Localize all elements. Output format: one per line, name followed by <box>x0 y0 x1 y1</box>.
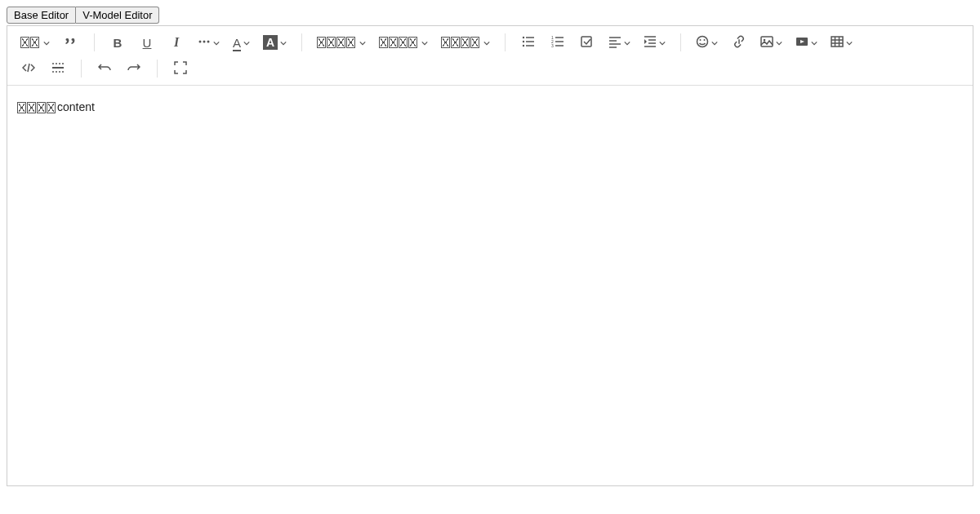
undo-button[interactable] <box>93 57 116 80</box>
chevron-down-icon <box>280 37 287 49</box>
svg-rect-30 <box>831 37 843 47</box>
video-icon <box>795 35 808 51</box>
svg-point-28 <box>764 38 766 41</box>
bold-button[interactable]: B <box>106 31 129 54</box>
svg-text:3: 3 <box>551 43 554 48</box>
emoji-icon <box>696 35 709 51</box>
image-dropdown[interactable] <box>757 31 786 54</box>
undo-icon <box>98 61 111 77</box>
fullscreen-icon <box>174 61 187 77</box>
chevron-down-icon <box>846 37 853 49</box>
tab-base-editor[interactable]: Base Editor <box>7 7 76 24</box>
svg-point-2 <box>207 40 210 42</box>
bold-icon: B <box>114 36 122 50</box>
horizontal-rule-icon <box>51 61 65 77</box>
svg-point-0 <box>199 40 202 42</box>
video-dropdown[interactable] <box>792 31 821 54</box>
chevron-down-icon <box>43 37 50 49</box>
chevron-down-icon <box>421 37 428 49</box>
ordered-list-button[interactable]: 123 <box>546 31 569 54</box>
content-prefix-glyphs <box>17 102 56 113</box>
editor-content[interactable]: content <box>7 86 973 485</box>
link-button[interactable] <box>728 31 751 54</box>
unordered-list-icon <box>522 35 535 51</box>
tab-vmodel-editor[interactable]: V-Model Editor <box>76 7 159 24</box>
underline-button[interactable]: U <box>136 31 158 54</box>
toolbar-row-1: B U I A A <box>7 26 973 86</box>
more-formatting-dropdown[interactable] <box>194 31 223 54</box>
svg-point-1 <box>203 40 206 42</box>
chevron-down-icon <box>243 37 250 49</box>
editor-container: B U I A A <box>7 25 973 486</box>
ellipsis-icon <box>198 35 211 51</box>
svg-rect-15 <box>581 37 591 47</box>
svg-rect-27 <box>761 37 773 47</box>
font-size-dropdown[interactable] <box>438 31 493 54</box>
checklist-icon <box>581 35 594 51</box>
highlight-icon: A <box>263 35 278 50</box>
italic-icon: I <box>174 35 179 50</box>
chevron-down-icon <box>776 37 782 49</box>
svg-point-3 <box>523 36 524 38</box>
chevron-down-icon <box>659 37 666 49</box>
underline-icon: U <box>143 36 152 50</box>
fullscreen-button[interactable] <box>169 57 192 80</box>
ordered-list-icon: 123 <box>551 35 564 51</box>
svg-point-25 <box>700 39 702 41</box>
svg-point-4 <box>523 40 524 42</box>
font-name-dropdown[interactable] <box>376 31 431 54</box>
paragraph-style-dropdown[interactable] <box>314 31 369 54</box>
redo-button[interactable] <box>122 57 145 80</box>
link-icon <box>733 35 746 51</box>
chevron-down-icon <box>711 37 718 49</box>
image-icon <box>760 35 773 51</box>
checklist-button[interactable] <box>576 31 599 54</box>
svg-point-5 <box>523 44 524 46</box>
align-dropdown[interactable] <box>605 31 634 54</box>
content-text: content <box>57 100 95 113</box>
code-view-button[interactable] <box>17 57 40 80</box>
indent-icon <box>644 35 657 51</box>
font-color-dropdown[interactable]: A <box>229 31 253 54</box>
indent-dropdown[interactable] <box>640 31 669 54</box>
align-icon <box>608 35 621 51</box>
table-dropdown[interactable] <box>827 31 856 54</box>
redo-icon <box>127 61 140 77</box>
chevron-down-icon <box>213 37 220 49</box>
highlight-color-dropdown[interactable]: A <box>260 31 290 54</box>
quote-icon <box>65 35 78 51</box>
chevron-down-icon <box>624 37 630 49</box>
chevron-down-icon <box>483 37 490 49</box>
unordered-list-button[interactable] <box>517 31 540 54</box>
chevron-down-icon <box>359 37 366 49</box>
table-icon <box>831 35 844 51</box>
italic-button[interactable]: I <box>165 31 188 54</box>
emoji-dropdown[interactable] <box>693 31 721 54</box>
style-dropdown[interactable] <box>17 31 53 54</box>
blockquote-button[interactable] <box>60 31 82 54</box>
code-icon <box>22 61 35 77</box>
horizontal-rule-button[interactable] <box>47 57 69 80</box>
svg-point-26 <box>704 39 706 41</box>
font-color-icon: A <box>233 36 241 50</box>
chevron-down-icon <box>811 37 817 49</box>
svg-point-24 <box>697 36 708 47</box>
editor-tabs: Base Editor V-Model Editor <box>7 7 973 24</box>
